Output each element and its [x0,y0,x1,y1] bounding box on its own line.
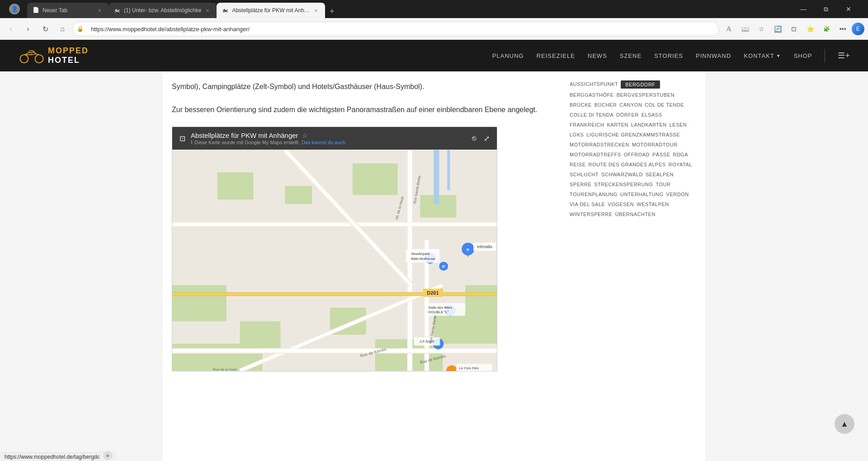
tab-neuer-tab[interactable]: 📄 Neuer Tab ✕ [27,3,108,18]
home-button[interactable]: ⌂ [55,22,70,36]
browser-chrome: 👤 📄 Neuer Tab ✕ 🏍 (1) Unter- bzw. Abstel… [0,0,868,40]
map-expand-icon[interactable]: ⊡ [179,134,185,143]
tag-schlucht[interactable]: SCHLUCHT [570,171,599,178]
tag-brucke[interactable]: BRÜCKE [570,101,592,108]
zoom-in-button[interactable]: + [103,451,112,460]
svg-rect-12 [465,285,497,330]
close-button[interactable]: ✕ [838,0,859,18]
tag-tour[interactable]: TOUR [656,181,671,188]
browser-profile-icon[interactable]: 👤 [9,4,20,14]
nav-szene[interactable]: SZENE [620,52,642,59]
more-tools-icon[interactable]: ••• [835,22,850,36]
tag-streckensperrung[interactable]: STRECKENSPERRUNG [594,181,653,188]
tag-bergdorf[interactable]: BERGDORF [621,80,660,89]
svg-rect-15 [434,150,439,204]
main-layout: Symbol), Campingplätze (Zelt-Symbol) und… [163,71,705,461]
tag-col-de-tende[interactable]: COL DE TENDE [645,101,684,108]
minimize-button[interactable]: — [793,0,814,18]
svg-rect-6 [353,164,398,195]
profile-button[interactable]: E [852,23,864,35]
tag-lesen[interactable]: LESEN [670,121,687,128]
new-tab-button[interactable]: + [325,5,339,18]
tag-karten[interactable]: KARTEN [607,121,628,128]
tag-canyon[interactable]: CANYON [619,101,642,108]
svg-text:NewAirpark: NewAirpark [411,252,430,256]
svg-text:Le Clos Des: Le Clos Des [459,367,478,371]
reader-mode-icon[interactable]: 𝔸 [722,22,736,36]
nav-kontakt[interactable]: KONTAKT ▼ [744,52,781,59]
nav-pinnwand[interactable]: PINNWAND [696,52,731,59]
tag-bucher[interactable]: BÜCHER [594,101,617,108]
map-subtitle-text: Diese Karte wurde mit Google My Maps ers… [194,140,300,145]
nav-shop[interactable]: SHOP [794,52,812,59]
logo-hotel: HOTEL [48,56,80,65]
back-button[interactable]: ‹ [4,22,18,36]
tag-wintersperre[interactable]: WINTERSPERRE [570,211,613,218]
tag-berggasthofe[interactable]: BERGGASTHÖFE [570,91,614,99]
tab1-close[interactable]: ✕ [96,7,103,14]
tag-motorradtour[interactable]: MOTORRADTOUR [632,141,678,148]
tag-elsass[interactable]: ELSASS [642,111,662,118]
map-body[interactable]: D201 P InfoValis P [172,150,497,371]
tab-untermoglichkeiten[interactable]: 🏍 (1) Unter- bzw. Abstellmöglichke ✕ [108,3,217,18]
tag-landkarten[interactable]: LANDKARTEN [631,121,667,128]
svg-rect-13 [240,321,281,348]
tag-westalpen[interactable]: WESTALPEN [637,201,669,208]
tag-vogesen[interactable]: VOGESEN [608,201,634,208]
tag-motorradstrecken[interactable]: MOTORRADSTRECKEN [570,141,629,148]
map-star-icon[interactable]: ☆ [302,132,308,139]
svg-marker-61 [448,371,455,372]
map-title: Abstellplätze für PKW mit Anhänger ☆ [191,132,347,139]
svg-text:Bâle-Mulhouse: Bâle-Mulhouse [411,257,436,261]
favorites-bar-icon[interactable]: ⭐ [803,22,817,36]
tab-abstellplatze[interactable]: 🏍 Abstellplätze für PKW mit Anhän ✕ [217,3,325,18]
address-bar[interactable]: https://www.moppedhotel.de/abstellplatze… [72,22,719,36]
content-text1: Symbol), Campingplätze (Zelt-Symbol) und… [172,80,552,93]
tab2-close[interactable]: ✕ [204,7,211,14]
immersive-reader-icon[interactable]: 📖 [738,22,752,36]
map-share-icon[interactable]: ⎋ [472,134,476,142]
nav-planung[interactable]: PLANUNG [492,52,524,59]
tag-bergvesperstuben[interactable]: BERGVESPERSTUBEN [617,91,675,99]
nav-menu-button[interactable]: ☰+ [838,51,850,61]
map-header: ⊡ Abstellplätze für PKW mit Anhänger ☆ ℹ… [172,127,497,150]
tag-royatal[interactable]: ROYATAL [669,161,692,168]
tag-motorradtreffs[interactable]: MOTORRADTREFFS [570,151,621,158]
nav-stories[interactable]: STORIES [654,52,683,59]
tag-aussichtspunkt[interactable]: AUSSICHTSPUNKT [570,80,618,89]
tag-sperre[interactable]: SPERRE [570,181,591,188]
tag-schwarzwald[interactable]: SCHWARZWALD [601,171,643,178]
tag-tourenplanung[interactable]: TOURENPLANUNG [570,191,618,198]
tag-offroad[interactable]: OFFROAD [624,151,650,158]
tag-dorfer[interactable]: DÖRFER [616,111,638,118]
tag-route-grandes-alpes[interactable]: ROUTE DES GRANDES ALPES [589,161,666,168]
map-fullscreen-icon[interactable]: ⤢ [484,134,490,143]
tag-lgks[interactable]: LGKS [570,131,584,138]
tag-seealpen[interactable]: SEEALPEN [646,171,674,178]
map-subtitle-link[interactable]: Das kannst du auch. [302,140,347,145]
site-logo[interactable]: MOPPED HOTEL [18,46,89,66]
tag-frankreich[interactable]: FRANKREICH [570,121,604,128]
browser-sync-icon[interactable]: 🔄 [770,22,785,36]
restore-button[interactable]: ⧉ [816,0,836,18]
tab3-close[interactable]: ✕ [312,7,320,14]
nav-news[interactable]: NEWS [588,52,607,59]
tag-rdga[interactable]: RDGA [673,151,688,158]
scroll-to-top-button[interactable]: ▲ [835,414,854,434]
tag-via-del-sale[interactable]: VIA DEL SALE [570,201,605,208]
svg-text:InfoValis: InfoValis [477,245,492,249]
nav-reiseziele[interactable]: REISEZIELE [537,52,575,59]
tag-reise[interactable]: REISE [570,161,586,168]
tab2-title: (1) Unter- bzw. Abstellmöglichke [124,7,201,14]
split-view-icon[interactable]: ⊡ [787,22,801,36]
tag-ligurische[interactable]: LIGURISCHE GRENZKAMMSTRASSE [586,131,680,138]
forward-button[interactable]: › [21,22,35,36]
tag-colle-di-tenda[interactable]: COLLE DI TENDA [570,111,613,118]
refresh-button[interactable]: ↻ [38,22,52,36]
tag-verdon[interactable]: VERDON [666,191,689,198]
extensions-icon[interactable]: 🧩 [819,22,834,36]
tag-passe[interactable]: PÄSSE [652,151,670,158]
tag-unterhaltung[interactable]: UNTERHALTUNG [620,191,664,198]
tag-ubernachten[interactable]: ÜBERNACHTEN [615,211,656,218]
favorites-icon[interactable]: ☆ [754,22,769,36]
